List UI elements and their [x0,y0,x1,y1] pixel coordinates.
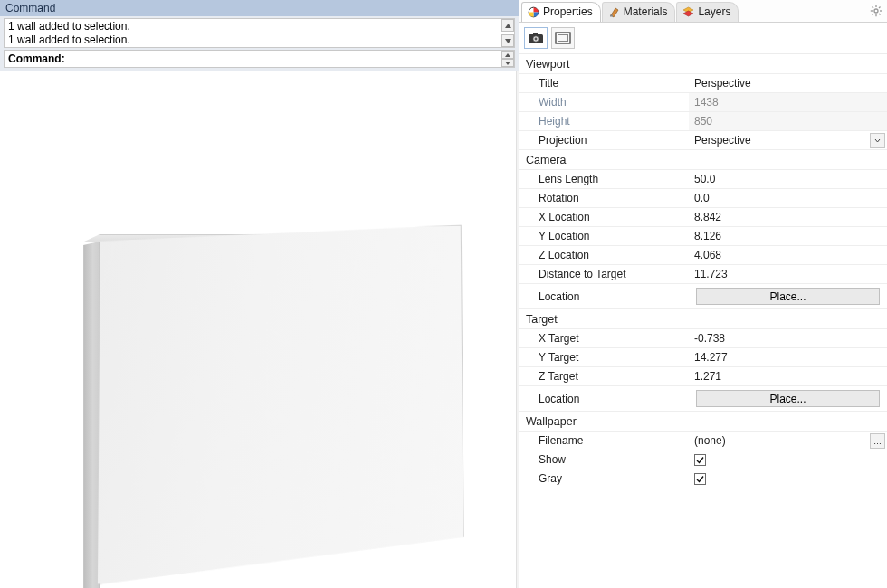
section-viewport: Viewport [519,54,887,74]
row-label-ztarget: Z Target [519,367,689,385]
row-value-height: 850 [689,112,887,130]
section-wallpaper: Wallpaper [519,412,887,432]
frame-icon [555,32,571,44]
row-value-ztarget[interactable]: 1.271 [689,367,887,385]
camera-icon [528,32,544,44]
properties-icon [528,6,539,18]
filename-browse-icon[interactable]: … [870,433,885,449]
camera-place-button[interactable]: Place... [696,288,880,305]
command-prompt-label: Command: [5,52,69,66]
row-value-distance[interactable]: 11.723 [689,265,887,283]
properties-toolbar [519,23,887,54]
row-value-show[interactable] [689,450,887,469]
row-label-title: Title [519,74,689,92]
row-value-yloc[interactable]: 8.126 [689,227,887,245]
svg-point-4 [874,9,878,13]
scroll-up-icon[interactable] [501,19,514,32]
row-value-xtarget[interactable]: -0.738 [689,329,887,347]
panel-tabs: Properties Materials Layers [519,0,887,23]
row-value-rotation[interactable]: 0.0 [689,189,887,207]
svg-line-12 [873,14,874,15]
viewport-3d[interactable] [0,71,519,588]
materials-icon [608,6,620,18]
section-camera: Camera [519,150,887,170]
row-label-projection: Projection [519,131,689,149]
row-label-cam-location: Location [519,284,689,308]
row-value-filename[interactable]: (none) … [689,432,887,450]
properties-panel: Properties Materials Layers [519,0,887,588]
row-label-xtarget: X Target [519,329,689,347]
command-history: 1 wall added to selection. 1 wall added … [4,18,515,48]
panel-gear-icon[interactable] [869,4,883,18]
row-label-width: Width [519,93,689,111]
command-input[interactable] [69,52,501,66]
spinner-down-icon[interactable] [501,59,514,67]
svg-point-16 [535,38,538,41]
row-label-filename: Filename [519,432,689,450]
command-line: Command: [4,50,515,68]
row-label-ytarget: Y Target [519,348,689,366]
row-value-projection[interactable]: Perspective [689,131,887,149]
row-label-gray: Gray [519,469,689,488]
row-label-xloc: X Location [519,208,689,226]
row-label-distance: Distance to Target [519,265,689,283]
tab-layers[interactable]: Layers [676,2,739,22]
target-place-button[interactable]: Place... [696,390,880,407]
history-scrollbar[interactable] [501,19,514,47]
row-label-show: Show [519,450,689,469]
projection-dropdown-icon[interactable] [870,133,885,148]
wall-side-face [83,242,100,588]
svg-rect-18 [558,35,568,42]
row-value-lens[interactable]: 50.0 [689,170,887,188]
row-label-lens: Lens Length [519,170,689,188]
svg-marker-3 [683,11,693,16]
layers-icon [682,6,694,18]
row-value-width: 1438 [689,93,887,111]
command-history-line: 1 wall added to selection. [8,33,510,47]
row-value-cam-location: Place... [689,284,887,308]
tab-label: Properties [543,5,593,18]
row-value-zloc[interactable]: 4.068 [689,246,887,264]
splitter-handle[interactable] [516,71,519,588]
row-label-zloc: Z Location [519,246,689,264]
command-header: Command [0,0,519,16]
svg-rect-14 [533,33,538,35]
scroll-down-icon[interactable] [501,34,514,47]
section-target: Target [519,309,887,329]
row-value-gray[interactable] [689,469,887,488]
row-value-title[interactable]: Perspective [689,74,887,92]
row-label-target-location: Location [519,386,689,411]
camera-button[interactable] [524,27,548,49]
svg-line-9 [873,7,874,9]
row-value-ytarget[interactable]: 14.277 [689,348,887,366]
row-label-height: Height [519,112,689,130]
spinner-up-icon[interactable] [501,51,514,59]
command-spinner[interactable] [501,51,514,67]
gray-checkbox[interactable] [694,473,706,485]
frame-button[interactable] [551,27,575,49]
tab-materials[interactable]: Materials [602,2,676,22]
row-value-target-location: Place... [689,386,887,411]
tab-label: Layers [698,5,730,18]
show-checkbox[interactable] [694,454,706,466]
svg-rect-1 [610,14,613,16]
wall-front-face [97,225,464,588]
row-label-yloc: Y Location [519,227,689,245]
svg-line-10 [879,14,881,15]
row-label-rotation: Rotation [519,189,689,207]
svg-line-11 [879,7,881,9]
command-panel: Command 1 wall added to selection. 1 wal… [0,0,519,71]
tab-label: Materials [624,5,668,18]
command-history-line: 1 wall added to selection. [8,20,510,33]
row-value-xloc[interactable]: 8.842 [689,208,887,226]
tab-properties[interactable]: Properties [521,2,601,22]
